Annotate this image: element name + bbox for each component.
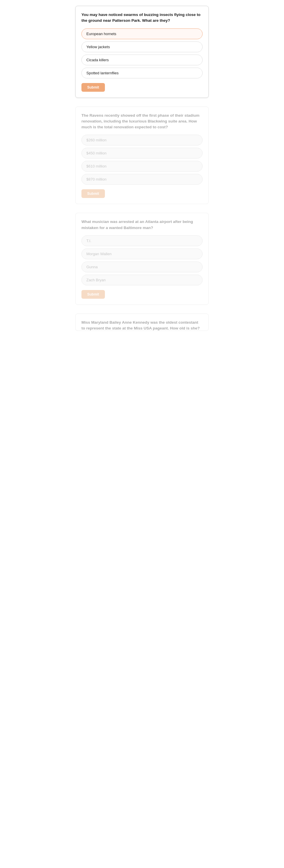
option-q3b[interactable]: Morgan Wallen xyxy=(81,248,203,259)
question-text-3: What musician was arrested at an Atlanta… xyxy=(81,219,203,231)
question-text-2: The Ravens recently showed off the first… xyxy=(81,113,203,130)
option-q3d[interactable]: Zach Bryan xyxy=(81,275,203,285)
quiz-card-3: What musician was arrested at an Atlanta… xyxy=(75,213,209,305)
option-q1a[interactable]: European hornets xyxy=(81,28,203,39)
option-q2c[interactable]: $610 million xyxy=(81,161,203,172)
option-q3c[interactable]: Gunna xyxy=(81,261,203,272)
question-text-4: Miss Maryland Bailey Anne Kennedy was th… xyxy=(81,320,203,331)
page-container: You may have noticed swarms of buzzing i… xyxy=(0,0,284,345)
quiz-card-4: Miss Maryland Bailey Anne Kennedy was th… xyxy=(75,313,209,331)
submit-button-3[interactable]: Submit xyxy=(81,290,105,299)
option-q2b[interactable]: $450 million xyxy=(81,148,203,158)
quiz-card-1: You may have noticed swarms of buzzing i… xyxy=(75,6,209,98)
option-q1c[interactable]: Cicada killers xyxy=(81,55,203,65)
option-q1b[interactable]: Yellow jackets xyxy=(81,41,203,52)
option-q3a[interactable]: T.I. xyxy=(81,236,203,246)
submit-button-2[interactable]: Submit xyxy=(81,189,105,198)
submit-button-1[interactable]: Submit xyxy=(81,83,105,92)
question-text-1: You may have noticed swarms of buzzing i… xyxy=(81,12,203,24)
option-q1d[interactable]: Spotted lanternflies xyxy=(81,68,203,79)
quiz-card-2: The Ravens recently showed off the first… xyxy=(75,106,209,205)
option-q2a[interactable]: $260 million xyxy=(81,135,203,146)
option-q2d[interactable]: $870 million xyxy=(81,174,203,185)
